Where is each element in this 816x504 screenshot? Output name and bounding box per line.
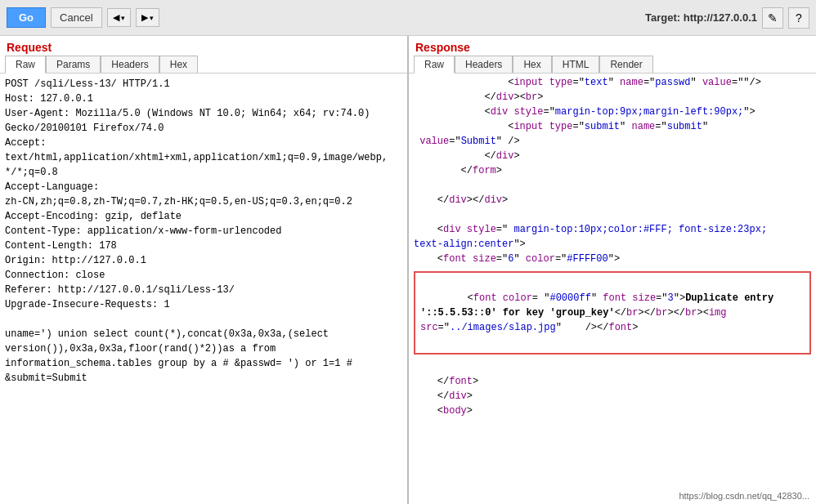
tab-params[interactable]: Params	[46, 56, 101, 73]
cancel-button[interactable]: Cancel	[51, 7, 101, 28]
response-line: </div>	[409, 389, 816, 404]
tab-headers-response[interactable]: Headers	[455, 56, 513, 73]
response-line: <font size="6" color="#FFFF00">	[409, 252, 816, 266]
response-line: </div>	[409, 149, 816, 163]
response-line: </div><br>	[409, 90, 816, 105]
target-info: Target: http://127.0.0.1 ✎ ?	[645, 7, 809, 29]
request-tabs: Raw Params Headers Hex	[0, 56, 407, 74]
request-title: Request	[0, 36, 407, 56]
tab-headers-request[interactable]: Headers	[101, 56, 159, 73]
response-line: <input type="submit" name="submit"	[409, 119, 816, 134]
forward-button[interactable]: ▶ ▾	[136, 8, 159, 27]
request-panel: Request Raw Params Headers Hex POST /sql…	[0, 36, 409, 504]
response-line	[409, 359, 816, 374]
main-layout: Request Raw Params Headers Hex POST /sql…	[0, 36, 816, 504]
response-line: text-align:center">	[409, 237, 816, 252]
toolbar: Go Cancel ◀ ▾ ▶ ▾ Target: http://127.0.0…	[0, 0, 816, 36]
tab-raw-request[interactable]: Raw	[5, 56, 46, 74]
help-button[interactable]: ?	[788, 7, 809, 29]
response-line: </font>	[409, 374, 816, 389]
target-url: Target: http://127.0.0.1	[645, 11, 757, 24]
tab-hex-response[interactable]: Hex	[513, 56, 551, 73]
tab-html-response[interactable]: HTML	[552, 56, 600, 73]
response-line: <input type="text" name="passwd" value="…	[409, 75, 816, 90]
response-panel: Response Raw Headers Hex HTML Render <in…	[409, 36, 816, 504]
request-content[interactable]: POST /sqli/Less-13/ HTTP/1.1 Host: 127.0…	[0, 74, 407, 504]
back-button[interactable]: ◀ ▾	[107, 8, 131, 27]
tab-hex-request[interactable]: Hex	[159, 56, 198, 73]
response-title: Response	[409, 36, 816, 56]
edit-target-button[interactable]: ✎	[762, 7, 783, 29]
response-content[interactable]: <input type="text" name="passwd" value="…	[409, 74, 816, 504]
response-line: value="Submit" />	[409, 134, 816, 149]
response-line: <body>	[409, 404, 816, 418]
response-line	[409, 178, 816, 193]
tab-raw-response[interactable]: Raw	[414, 56, 455, 74]
response-line: <div style="margin-top:9px;margin-left:9…	[409, 105, 816, 119]
response-line: </div></div>	[409, 193, 816, 207]
response-line: <div style=" margin-top:10px;color:#FFF;…	[409, 222, 816, 237]
highlight-box: <font color= "#0000ff" font size="3">Dup…	[414, 271, 811, 355]
response-line	[409, 207, 816, 222]
response-line: </form>	[409, 163, 816, 178]
status-bar: https://blog.csdn.net/qq_42830...	[672, 488, 816, 505]
response-tabs: Raw Headers Hex HTML Render	[409, 56, 816, 74]
go-button[interactable]: Go	[7, 7, 46, 28]
tab-render-response[interactable]: Render	[599, 56, 652, 73]
